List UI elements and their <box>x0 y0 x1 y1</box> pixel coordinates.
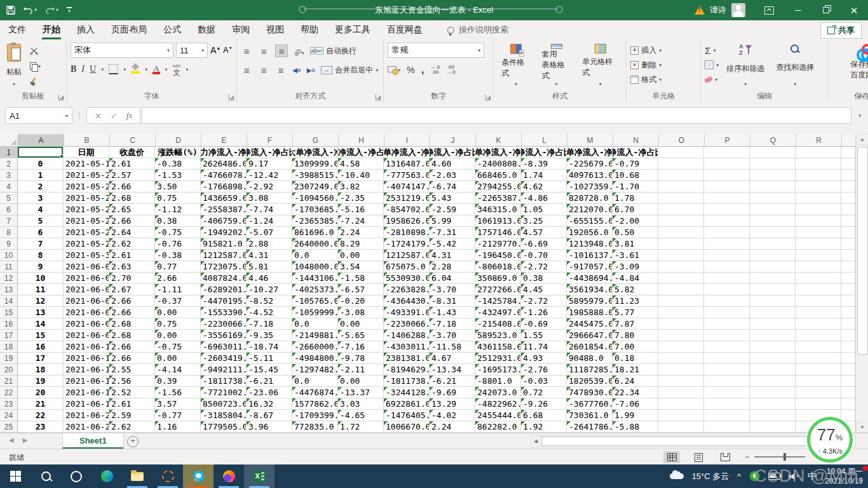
cell[interactable]: 1757146.0 <box>475 227 521 238</box>
column-header-C[interactable]: C <box>110 134 156 147</box>
cell[interactable]: 2727266.0 <box>475 284 521 295</box>
cell[interactable]: 0.00 <box>338 376 384 387</box>
cell[interactable]: -7.18 <box>430 318 475 330</box>
cell[interactable]: -1094560.0 <box>292 193 338 204</box>
cell[interactable]: 2.63 <box>109 261 155 273</box>
cell[interactable]: 828728.0 <box>567 193 613 204</box>
row-header-13[interactable]: 13 <box>0 284 18 295</box>
cell-empty[interactable] <box>704 318 750 330</box>
cell-empty[interactable] <box>750 238 796 250</box>
decrease-indent-button[interactable]: ◀≡ <box>292 67 301 74</box>
share-button[interactable]: 共享 <box>820 22 862 39</box>
cell-empty[interactable] <box>658 158 704 170</box>
cell[interactable]: 5530930.0 <box>384 273 430 284</box>
cell[interactable]: -1.24 <box>247 215 292 227</box>
cell-empty[interactable] <box>704 341 750 353</box>
cell-empty[interactable] <box>750 410 796 421</box>
cell-empty[interactable] <box>658 147 704 158</box>
phonetic-guide-button[interactable]: wén文 <box>173 63 181 76</box>
cell[interactable]: 5.43 <box>430 193 475 204</box>
cell-empty[interactable] <box>750 376 796 387</box>
cell[interactable]: 3.54 <box>338 261 384 273</box>
account-user-name[interactable]: 谭诗 <box>710 4 726 16</box>
header-cell[interactable]: 小单净流入-净占比(%) <box>613 147 658 158</box>
cell[interactable]: 0.38 <box>155 215 201 227</box>
cell-empty[interactable] <box>704 147 750 158</box>
hidden-icons-chevron[interactable]: ^ <box>737 472 741 481</box>
cell[interactable]: 2.56 <box>109 376 155 387</box>
cell-empty[interactable] <box>750 181 796 193</box>
cell-empty[interactable] <box>796 273 841 284</box>
cell[interactable]: 2021-06-1 <box>64 353 109 364</box>
cell-empty[interactable] <box>750 273 796 284</box>
cell[interactable]: 2 <box>18 181 64 193</box>
cell[interactable]: -8.52 <box>247 295 292 307</box>
insert-function-button[interactable]: fx <box>126 111 132 121</box>
redo-button[interactable]: ▾ <box>45 6 58 14</box>
cell[interactable]: -3.61 <box>613 250 658 261</box>
cell[interactable]: 2966647.0 <box>567 330 613 341</box>
cell[interactable]: 0.0 <box>292 376 338 387</box>
cell-empty[interactable] <box>658 364 704 376</box>
cell[interactable]: 2.66 <box>109 341 155 353</box>
cell-empty[interactable] <box>796 353 841 364</box>
cell[interactable]: 0.38 <box>521 273 567 284</box>
enter-formula-button[interactable]: ✓ <box>111 111 118 121</box>
cell[interactable]: 2212070.0 <box>567 204 613 215</box>
cell-empty[interactable] <box>796 341 841 353</box>
cell[interactable]: -5.11 <box>247 353 292 364</box>
page-layout-view-button[interactable] <box>690 451 707 463</box>
select-all-corner[interactable] <box>0 134 18 147</box>
cell[interactable]: -12.42 <box>247 170 292 181</box>
header-cell[interactable]: 小单净流入-净额 <box>567 147 613 158</box>
sort-filter-button[interactable]: AZ 排序和筛选▾ <box>722 43 768 88</box>
cell[interactable]: -9.26 <box>521 398 567 410</box>
row-header-12[interactable]: 12 <box>0 273 18 284</box>
cell[interactable]: 1.55 <box>521 330 567 341</box>
increase-decimal-button[interactable]: ←.0.00 <box>430 65 440 75</box>
cell-empty[interactable] <box>750 353 796 364</box>
cell[interactable]: 2640000.0 <box>292 238 338 250</box>
underline-button[interactable]: U <box>90 64 96 74</box>
cell-empty[interactable] <box>704 250 750 261</box>
cell-empty[interactable] <box>658 353 704 364</box>
cell-empty[interactable] <box>750 261 796 273</box>
cell-empty[interactable] <box>750 318 796 330</box>
cell[interactable]: -3988515.0 <box>292 170 338 181</box>
header-cell[interactable]: 中单净流入-净额 <box>475 147 521 158</box>
cell[interactable]: 2021-06-1 <box>64 398 109 410</box>
cell-empty[interactable] <box>796 227 841 238</box>
cell[interactable]: 1.92 <box>521 421 567 433</box>
cell[interactable]: 22 <box>18 410 64 421</box>
cell[interactable]: -406759.0 <box>201 215 247 227</box>
cell[interactable]: 1 <box>18 170 64 181</box>
cell[interactable]: 2.66 <box>109 181 155 193</box>
header-cell[interactable]: 主力净流入-净占比(%) <box>247 147 292 158</box>
row-header-21[interactable]: 21 <box>0 376 18 387</box>
taskbar-app-sync[interactable] <box>153 464 183 488</box>
cell[interactable]: -1724179.0 <box>384 238 430 250</box>
cell[interactable]: 2.61 <box>109 250 155 261</box>
cell[interactable]: 915821.0 <box>201 238 247 250</box>
cell[interactable]: 2455444.0 <box>475 410 521 421</box>
cell-empty[interactable] <box>704 330 750 341</box>
borders-button[interactable] <box>109 64 118 74</box>
row-header-4[interactable]: 4 <box>0 181 18 193</box>
cell[interactable]: 2021-06-0 <box>64 330 109 341</box>
cell[interactable]: -10.40 <box>338 170 384 181</box>
cell[interactable]: 2.66 <box>109 353 155 364</box>
cell[interactable]: 1723075.0 <box>201 261 247 273</box>
cell[interactable]: -23.06 <box>247 387 292 398</box>
cell[interactable]: 4.45 <box>521 284 567 295</box>
cell[interactable]: 4.67 <box>430 353 475 364</box>
cell[interactable]: 8.29 <box>338 238 384 250</box>
cell-empty[interactable] <box>796 170 841 181</box>
weather-cloud-icon[interactable] <box>670 473 684 479</box>
cell[interactable]: 0.00 <box>155 353 201 364</box>
autosum-button[interactable]: Σ▾ <box>705 44 719 57</box>
cell-empty[interactable] <box>796 158 841 170</box>
cell[interactable]: 2021-05-2 <box>64 193 109 204</box>
cell[interactable]: 1061913.0 <box>475 215 521 227</box>
cell[interactable]: -4470195.0 <box>201 295 247 307</box>
shrink-font-button[interactable]: A▼ <box>223 46 233 55</box>
